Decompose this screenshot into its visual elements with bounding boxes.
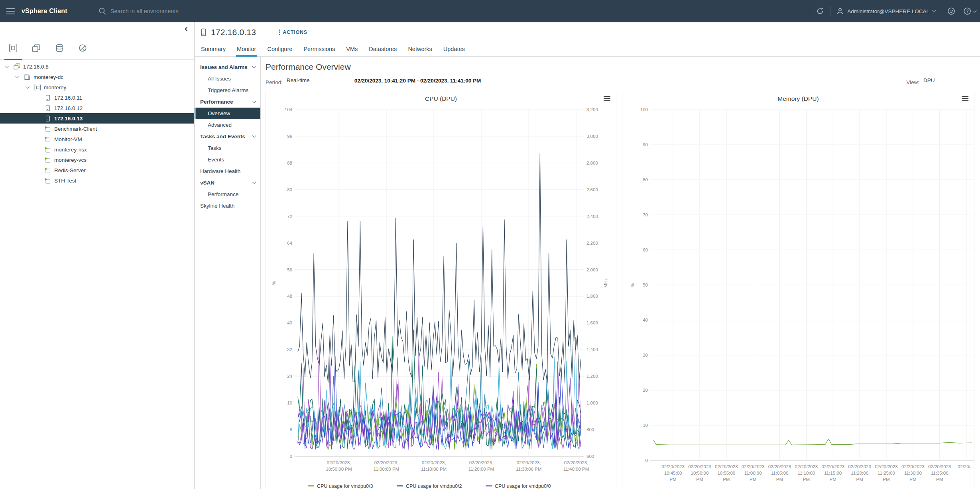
vm-icon (44, 136, 51, 142)
svg-text:PM: PM (803, 477, 810, 482)
memory-chart-menu-icon[interactable] (962, 96, 968, 101)
svg-text:800: 800 (586, 427, 594, 432)
svg-text:104: 104 (285, 107, 293, 112)
svg-text:3,000: 3,000 (586, 134, 598, 139)
nav-group-tasks-and-events[interactable]: Tasks and Events (195, 131, 260, 142)
svg-text:1,800: 1,800 (586, 294, 598, 299)
tab-configure[interactable]: Configure (263, 46, 296, 56)
svg-text:0: 0 (645, 458, 648, 463)
tab-permissions[interactable]: Permissions (299, 46, 339, 56)
tab-datastores[interactable]: Datastores (365, 46, 401, 56)
svg-text:96: 96 (287, 134, 292, 139)
hamburger-menu-icon[interactable] (6, 8, 15, 14)
nav-item-triggered-alarms[interactable]: Triggered Alarms (195, 84, 260, 96)
nav-item-all-issues[interactable]: All Issues (195, 73, 260, 84)
svg-text:02/20/2023: 02/20/2023 (901, 464, 925, 469)
svg-text:10: 10 (643, 423, 648, 428)
cluster-icon (34, 84, 41, 90)
inventory-tab-hosts-and-clusters-icon[interactable] (2, 37, 25, 59)
vm-icon (44, 126, 51, 132)
nav-group-issues-and-alarms[interactable]: Issues and Alarms (195, 61, 260, 73)
tab-vms[interactable]: VMs (342, 46, 362, 56)
inventory-tab-vms-and-templates-icon[interactable] (25, 37, 48, 59)
cpu-chart-menu-icon[interactable] (604, 96, 610, 101)
nav-item-advanced[interactable]: Advanced (195, 119, 260, 131)
svg-text:02/20/2023: 02/20/2023 (688, 464, 711, 469)
tree-item-monterey-dc[interactable]: monterey-dc (0, 72, 194, 82)
svg-text:PM: PM (856, 477, 863, 482)
user-icon (836, 7, 844, 15)
tree-item-172-16-0-12[interactable]: 172.16.0.12 (0, 103, 194, 113)
tree-item-benchmark-client[interactable]: Benchmark-Client (0, 124, 194, 134)
vcenter-icon (13, 63, 20, 70)
host-icon (200, 28, 207, 36)
tree-item-label: STH Test (54, 178, 76, 184)
svg-text:02/20/2023,: 02/20/2023, (469, 460, 494, 465)
nav-item-performance[interactable]: Performance (195, 189, 260, 200)
refresh-icon[interactable] (816, 7, 825, 16)
view-label: View: (906, 79, 919, 85)
svg-text:?: ? (966, 9, 968, 14)
main-panel: 172.16.0.13 ACTIONS SummaryMonitorConfig… (195, 22, 980, 489)
tab-networks[interactable]: Networks (404, 46, 436, 56)
tree-item-172-16-0-8[interactable]: 172.16.0.8 (0, 61, 194, 72)
chevron-down-icon[interactable] (26, 85, 30, 89)
svg-text:11:00:00: 11:00:00 (744, 471, 762, 475)
user-name: Administrator@VSPHERE.LOCAL (847, 8, 929, 14)
tree-item-monitor-vm[interactable]: Monitor-VM (0, 134, 194, 144)
svg-text:11:00:00 PM: 11:00:00 PM (374, 467, 399, 471)
tree-item-label: Redis-Server (54, 167, 86, 173)
nav-item-overview[interactable]: Overview (195, 108, 260, 119)
collapse-panel-icon[interactable] (184, 26, 190, 33)
tree-item-monterey-nsx[interactable]: monterey-nsx (0, 144, 194, 155)
nav-group-performance[interactable]: Performance (195, 96, 260, 108)
tree-item-monterey-vcs[interactable]: monterey-vcs (0, 155, 194, 165)
chevron-down-icon[interactable] (5, 64, 9, 68)
nav-item-hardware-health[interactable]: Hardware Health (195, 165, 260, 177)
svg-text:88: 88 (287, 160, 292, 165)
search-input[interactable] (110, 8, 246, 14)
period-select[interactable]: Real-time (286, 77, 338, 85)
performance-overview-content: Performance Overview Period: Real-time 0… (261, 57, 980, 489)
nav-item-tasks[interactable]: Tasks (195, 142, 260, 154)
svg-text:72: 72 (287, 214, 292, 218)
svg-text:90: 90 (643, 142, 648, 147)
svg-text:02/20/2023: 02/20/2023 (875, 464, 898, 469)
nav-group-vsan[interactable]: vSAN (195, 177, 260, 189)
charts-row: 06008800161,000241,200321,400401,600481,… (266, 91, 980, 489)
help-icon[interactable]: ? (963, 7, 972, 16)
host-icon (44, 105, 51, 111)
tree-item-redis-server[interactable]: Redis-Server (0, 165, 194, 175)
tree-item-172-16-0-13[interactable]: 172.16.0.13 (0, 113, 194, 124)
svg-text:11:30:00 PM: 11:30:00 PM (516, 467, 541, 471)
nav-item-skyline-health[interactable]: Skyline Health (195, 200, 260, 212)
tab-summary[interactable]: Summary (197, 46, 230, 56)
svg-text:11:10:00: 11:10:00 (797, 471, 815, 475)
nav-item-events[interactable]: Events (195, 154, 260, 165)
svg-text:MHz: MHz (603, 278, 608, 288)
tab-monitor[interactable]: Monitor (233, 46, 260, 56)
tree-item-sth-test[interactable]: STH Test (0, 175, 194, 186)
svg-text:10:55:00: 10:55:00 (717, 471, 735, 475)
tree-item-172-16-0-11[interactable]: 172.16.0.11 (0, 92, 194, 103)
svg-text:100: 100 (640, 107, 648, 112)
feedback-smiley-icon[interactable] (947, 7, 956, 16)
tree-item-monterey[interactable]: monterey (0, 82, 194, 92)
entity-tabs: SummaryMonitorConfigurePermissionsVMsDat… (195, 42, 980, 57)
tab-updates[interactable]: Updates (439, 46, 469, 56)
inventory-tab-storage-icon[interactable] (48, 37, 71, 59)
svg-text:02/20/2023,: 02/20/2023, (422, 460, 446, 465)
inventory-tab-networking-icon[interactable] (71, 37, 94, 59)
user-menu[interactable]: Administrator@VSPHERE.LOCAL (836, 7, 935, 15)
tree-item-label: monterey-vcs (54, 157, 87, 163)
svg-text:70: 70 (643, 212, 648, 217)
svg-text:80: 80 (643, 177, 648, 182)
svg-text:11:40:00 PM: 11:40:00 PM (563, 467, 589, 471)
svg-text:40: 40 (643, 318, 648, 322)
actions-button[interactable]: ACTIONS (279, 29, 307, 35)
divider (830, 6, 830, 16)
vsphere-client-window: vSphere Client Administ (0, 0, 980, 489)
chevron-down-icon[interactable] (16, 75, 20, 79)
monitor-subnav: Issues and AlarmsAll IssuesTriggered Ala… (195, 57, 261, 489)
view-select[interactable]: DPU (923, 77, 975, 85)
